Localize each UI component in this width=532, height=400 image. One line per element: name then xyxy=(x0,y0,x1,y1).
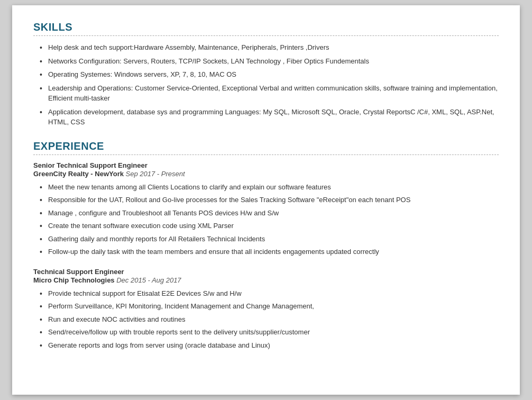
skills-divider xyxy=(33,35,499,36)
bullet-0-2: Manage , configure and Troubleshoot all … xyxy=(39,208,499,219)
job-company-0: GreenCity Realty - NewYork xyxy=(33,170,124,178)
bullet-0-5: Follow-up the daily task with the team m… xyxy=(39,247,499,257)
resume-page: SKILLS Help desk and tech support:Hardwa… xyxy=(12,5,520,395)
skill-item-1: Networks Configuration: Servers, Routers… xyxy=(39,56,499,67)
bullet-1-1: Perform Surveillance, KPI Monitoring, In… xyxy=(39,301,499,312)
job-block-0: Senior Technical Support EngineerGreenCi… xyxy=(33,161,499,257)
skill-item-3: Leadership and Operations: Customer Serv… xyxy=(39,83,499,104)
job-bullets-1: Provide technical support for Etisalat E… xyxy=(33,288,499,351)
skills-list: Help desk and tech support:Hardware Asse… xyxy=(33,42,499,128)
skills-section: SKILLS Help desk and tech support:Hardwa… xyxy=(33,21,499,128)
bullet-1-4: Generate reports and logs from server us… xyxy=(39,340,499,351)
experience-divider xyxy=(33,154,499,155)
job-company-1: Micro Chip Technologies xyxy=(33,276,115,284)
skill-item-2: Operating Systemes: Windows servers, XP,… xyxy=(39,69,499,80)
job-dates-1: Dec 2015 - Aug 2017 xyxy=(115,276,181,284)
job-block-1: Technical Support EngineerMicro Chip Tec… xyxy=(33,268,499,351)
bullet-0-3: Create the tenant software execution cod… xyxy=(39,221,499,231)
bullet-0-1: Responsible for the UAT, Rollout and Go-… xyxy=(39,195,499,205)
bullet-1-3: Send/receive/follow up with trouble repo… xyxy=(39,327,499,338)
skill-item-4: Application development, database sys an… xyxy=(39,107,499,128)
bullet-1-0: Provide technical support for Etisalat E… xyxy=(39,288,499,299)
experience-section: EXPERIENCE Senior Technical Support Engi… xyxy=(33,140,499,351)
job-bullets-0: Meet the new tenants among all Clients L… xyxy=(33,182,499,257)
job-meta-0: GreenCity Realty - NewYork Sep 2017 - Pr… xyxy=(33,170,499,178)
skill-item-0: Help desk and tech support:Hardware Asse… xyxy=(39,42,499,53)
job-title-0: Senior Technical Support Engineer xyxy=(33,161,499,169)
bullet-1-2: Run and execute NOC activities and routi… xyxy=(39,314,499,325)
jobs-container: Senior Technical Support EngineerGreenCi… xyxy=(33,161,499,351)
job-dates-0: Sep 2017 - Present xyxy=(124,170,185,178)
job-title-1: Technical Support Engineer xyxy=(33,268,499,276)
bullet-0-4: Gathering daily and monthly reports for … xyxy=(39,234,499,244)
skills-title: SKILLS xyxy=(33,21,499,33)
bullet-0-0: Meet the new tenants among all Clients L… xyxy=(39,182,499,193)
experience-title: EXPERIENCE xyxy=(33,140,499,152)
job-meta-1: Micro Chip Technologies Dec 2015 - Aug 2… xyxy=(33,276,499,284)
